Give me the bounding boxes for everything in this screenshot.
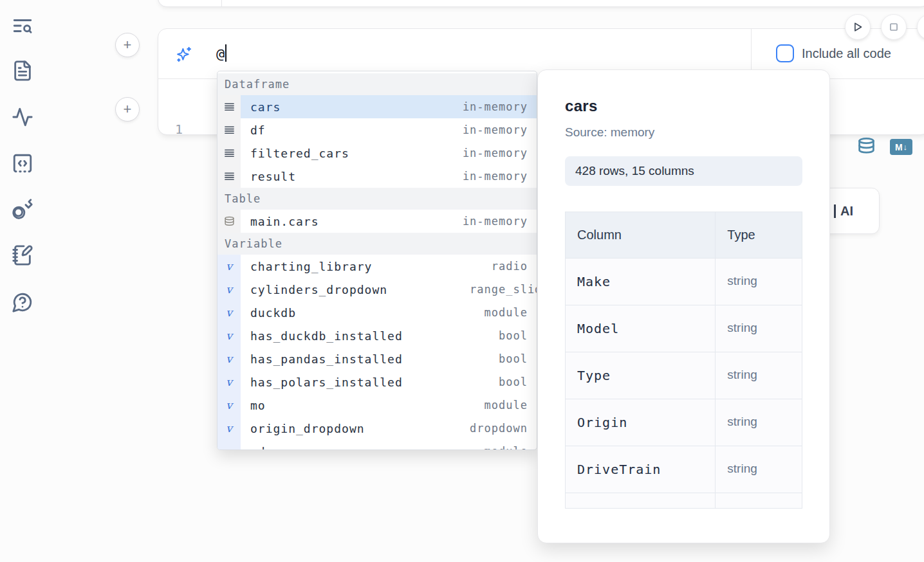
completion-item-name: mo: [250, 399, 266, 412]
shape-badge: 428 rows, 15 columns: [565, 156, 802, 186]
completion-item[interactable]: vorigin_dropdowndropdown: [217, 417, 537, 440]
completion-item-name: cylinders_dropdown: [250, 283, 387, 296]
activity-pulse-icon[interactable]: [12, 106, 35, 129]
completion-item-gutter: v: [217, 394, 241, 417]
ai-button-label: AI: [840, 204, 853, 219]
completion-item-gutter: v: [217, 417, 241, 440]
include-all-code-label: Include all code: [802, 46, 891, 61]
completion-item-gutter: [217, 118, 241, 141]
completion-item-type: radio: [492, 260, 528, 273]
help-chat-icon[interactable]: [12, 291, 35, 314]
ai-prompt-input[interactable]: @: [216, 44, 226, 62]
variable-icon: v: [226, 399, 232, 412]
completion-item-name: result: [250, 170, 296, 183]
dataframe-preview-panel: cars Source: memory 428 rows, 15 columns…: [537, 69, 830, 543]
completion-item-gutter: v: [217, 301, 241, 324]
schema-column-name: Origin: [566, 399, 716, 446]
add-cell-button-top[interactable]: +: [115, 33, 140, 57]
completion-item-type: range_slider: [470, 283, 537, 296]
schema-column-type: string: [716, 258, 802, 305]
previous-cell-edge: [158, 0, 924, 7]
completion-item-name: pd: [250, 445, 266, 451]
file-document-icon[interactable]: [12, 60, 35, 83]
variable-icon: v: [226, 306, 232, 319]
completion-item-name: charting_library: [250, 260, 372, 273]
completion-item-type: in-memory: [463, 215, 528, 228]
completion-item-gutter: [217, 210, 241, 233]
variable-icon: v: [226, 445, 232, 450]
schema-row: Modelstring: [565, 305, 802, 352]
schema-column-type: string: [716, 305, 802, 352]
schema-row-partial: [565, 493, 802, 509]
completion-item-type: dropdown: [470, 422, 528, 435]
schema-column-name: Model: [566, 305, 716, 352]
key-icon[interactable]: [12, 198, 35, 221]
run-cell-button[interactable]: [845, 14, 871, 40]
clipped-letter: [834, 204, 836, 218]
completion-item[interactable]: carsin-memory: [217, 95, 537, 118]
completion-item-gutter: v: [217, 324, 241, 347]
schema-header-row: ColumnType: [565, 212, 802, 258]
completion-item-name: has_polars_installed: [250, 376, 403, 389]
left-sidebar: [0, 0, 45, 562]
completion-item[interactable]: vhas_polars_installedbool: [217, 370, 537, 394]
completion-item[interactable]: filtered_carsin-memory: [217, 141, 537, 165]
completion-item[interactable]: vmomodule: [217, 394, 537, 417]
scratchpad-notebook-pen-icon[interactable]: [12, 244, 35, 267]
completion-item-type: in-memory: [463, 147, 528, 159]
variable-icon: v: [226, 260, 232, 273]
completion-item[interactable]: vduckdbmodule: [217, 301, 537, 324]
code-line-number: 1: [175, 122, 183, 137]
schema-row: Typestring: [565, 352, 802, 399]
completion-item-gutter: v: [217, 278, 241, 301]
completion-item-gutter: v: [217, 440, 241, 450]
schema-table: ColumnTypeMakestringModelstringTypestrin…: [565, 212, 802, 511]
completion-item-gutter: [217, 165, 241, 188]
preview-source: Source: memory: [565, 125, 802, 140]
completion-item-type: bool: [499, 352, 528, 365]
previous-cell-divider: [221, 0, 222, 6]
include-all-code-checkbox[interactable]: [776, 44, 794, 62]
completion-section-header: Table: [217, 188, 537, 210]
completion-section-header: Variable: [217, 233, 537, 255]
add-cell-button-bottom[interactable]: +: [115, 97, 140, 122]
sparkles-ai-icon: [175, 46, 192, 63]
completion-item[interactable]: vhas_duckdb_installedbool: [217, 324, 537, 347]
variable-icon: v: [226, 352, 232, 365]
completion-item-name: df: [250, 123, 266, 137]
completion-item[interactable]: vhas_pandas_installedbool: [217, 347, 537, 370]
completion-item[interactable]: vpdmodule: [217, 440, 537, 450]
completion-item[interactable]: vcylinders_dropdownrange_slider: [217, 278, 537, 301]
completion-item-type: module: [485, 399, 528, 412]
stop-square-icon: [887, 20, 901, 34]
markdown-convert-icon[interactable]: M↓: [890, 139, 912, 155]
completion-section-header: Dataframe: [217, 73, 537, 95]
completion-item-type: in-memory: [463, 100, 528, 113]
include-all-code-toggle[interactable]: Include all code: [776, 44, 891, 62]
stop-button[interactable]: [881, 14, 907, 40]
completion-item[interactable]: dfin-memory: [217, 118, 537, 141]
play-icon: [851, 20, 865, 34]
completion-item-name: duckdb: [250, 306, 296, 320]
completion-item-name: cars: [250, 100, 281, 114]
completion-item[interactable]: vcharting_libraryradio: [217, 255, 537, 278]
variable-icon: v: [226, 283, 232, 296]
completion-item[interactable]: main.carsin-memory: [217, 210, 537, 233]
snippets-code-icon[interactable]: [12, 152, 35, 176]
completion-item-gutter: v: [217, 370, 241, 394]
schema-header-column: Column: [566, 212, 716, 258]
datasource-database-icon[interactable]: [857, 137, 876, 157]
completion-item-gutter: v: [217, 255, 241, 278]
table-of-contents-search-icon[interactable]: [12, 15, 35, 38]
schema-column-name: Make: [566, 258, 716, 305]
schema-column-type: string: [716, 446, 802, 493]
text-cursor: [225, 44, 226, 62]
completion-item-type: in-memory: [463, 123, 528, 136]
completion-item-gutter: v: [217, 347, 241, 370]
completion-menu: Dataframecarsin-memorydfin-memoryfiltere…: [217, 71, 537, 450]
completion-item[interactable]: resultin-memory: [217, 165, 537, 188]
schema-column-name: Type: [566, 352, 716, 399]
table-database-icon: [224, 216, 235, 227]
schema-column-name: DriveTrain: [566, 446, 716, 493]
completion-item-type: bool: [499, 376, 528, 388]
